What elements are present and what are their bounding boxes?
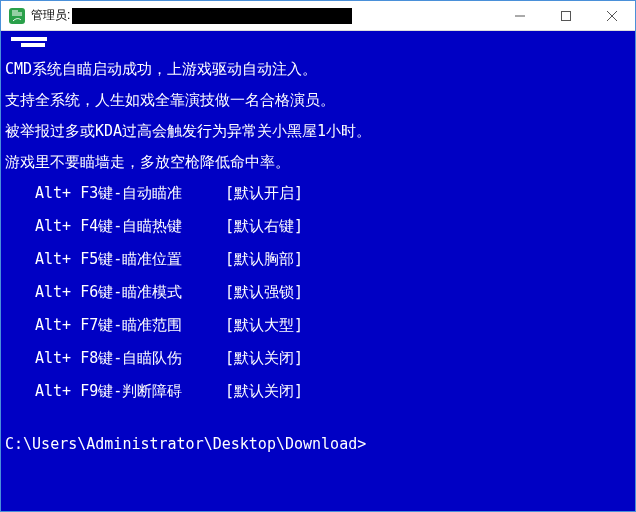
terminal-line: CMD系统自瞄启动成功，上游戏驱动自动注入。 [5,59,631,80]
terminal-line: 被举报过多或KDA过高会触发行为异常关小黑屋1小时。 [5,121,631,142]
terminal-line: 游戏里不要瞄墙走，多放空枪降低命中率。 [5,152,631,173]
message-block: CMD系统自瞄启动成功，上游戏驱动自动注入。 支持全系统，人生如戏全靠演技做一名… [5,59,631,173]
minimize-button[interactable] [497,1,543,31]
hotkey-key: Alt+ F8键-自瞄队伤 [35,348,225,369]
hotkey-row: Alt+ F9键-判断障碍 [默认关闭] [5,381,631,402]
hotkey-row: Alt+ F6键-瞄准模式 [默认强锁] [5,282,631,303]
prompt-path: C:\Users\Administrator\Desktop\Download> [5,435,366,453]
prompt-line: C:\Users\Administrator\Desktop\Download> [5,434,631,455]
hotkey-row: Alt+ F7键-瞄准范围 [默认大型] [5,315,631,336]
hotkey-row: Alt+ F5键-瞄准位置 [默认胸部] [5,249,631,270]
hotkey-default: [默认关闭] [225,348,303,369]
window-title: 管理员: [31,7,70,24]
hotkey-key: Alt+ F6键-瞄准模式 [35,282,225,303]
hotkey-key: Alt+ F5键-瞄准位置 [35,249,225,270]
hotkey-default: [默认大型] [225,315,303,336]
hotkey-key: Alt+ F9键-判断障碍 [35,381,225,402]
terminal-area[interactable]: CMD系统自瞄启动成功，上游戏驱动自动注入。 支持全系统，人生如戏全靠演技做一名… [1,31,635,511]
app-window: 管理员: CMD系统自瞄启动成功，上游戏驱动自动注入。 支持全系统，人生如戏全靠… [0,0,636,512]
svg-rect-2 [562,12,571,21]
terminal-line: 支持全系统，人生如戏全靠演技做一名合格演员。 [5,90,631,111]
app-icon [7,6,27,26]
hotkey-key: Alt+ F7键-瞄准范围 [35,315,225,336]
window-controls [497,1,635,31]
titlebar: 管理员: [1,1,635,31]
maximize-button[interactable] [543,1,589,31]
hotkey-default: [默认胸部] [225,249,303,270]
close-button[interactable] [589,1,635,31]
ascii-art [5,37,631,49]
svg-rect-0 [9,8,25,24]
hotkey-row: Alt+ F8键-自瞄队伤 [默认关闭] [5,348,631,369]
hotkey-list: Alt+ F3键-自动瞄准 [默认开启] Alt+ F4键-自瞄热键 [默认右键… [5,183,631,402]
hotkey-default: [默认强锁] [225,282,303,303]
svg-line-4 [607,11,617,21]
hotkey-key: Alt+ F3键-自动瞄准 [35,183,225,204]
hotkey-key: Alt+ F4键-自瞄热键 [35,216,225,237]
hotkey-row: Alt+ F3键-自动瞄准 [默认开启] [5,183,631,204]
redacted-title [72,8,352,24]
hotkey-default: [默认右键] [225,216,303,237]
svg-line-3 [607,11,617,21]
hotkey-default: [默认开启] [225,183,303,204]
hotkey-row: Alt+ F4键-自瞄热键 [默认右键] [5,216,631,237]
hotkey-default: [默认关闭] [225,381,303,402]
